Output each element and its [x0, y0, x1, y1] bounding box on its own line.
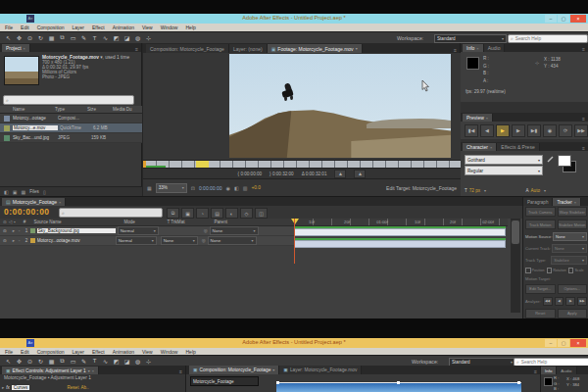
camera-tool[interactable]: ▦ — [46, 356, 57, 366]
in-point-icon[interactable]: { — [238, 172, 240, 176]
track-motion-button[interactable]: Track Motion — [525, 220, 556, 229]
panel-menu-icon[interactable]: ≡ — [176, 368, 185, 374]
draft-3d-button[interactable]: ▣ — [181, 208, 194, 219]
menu-layer[interactable]: Layer — [72, 349, 84, 355]
menu-composition[interactable]: Composition — [37, 24, 65, 30]
menu-view[interactable]: View — [142, 24, 153, 30]
tab-timeline-comp[interactable]: ▤Motorcycle_Footage× — [2, 198, 66, 206]
layer-source-name[interactable]: Motorcy...ootage.mov — [37, 238, 114, 243]
tracker-field-dropdown[interactable]: None▾ — [552, 244, 587, 253]
blend-mode-dropdown[interactable]: Normal▾ — [118, 226, 159, 235]
first-frame-button[interactable]: ▮◀ — [465, 124, 478, 137]
overlay-edit-button[interactable]: ▲ — [354, 170, 366, 178]
tab-info[interactable]: Info× — [463, 44, 484, 52]
motion-blur-button[interactable]: ◐ — [225, 208, 238, 219]
ram-preview-button[interactable]: ▶▶ — [574, 124, 588, 137]
menu-window[interactable]: Window — [161, 24, 178, 30]
layer-lock-icon[interactable]: ▪ — [19, 228, 21, 233]
leading-control[interactable]: A Auto ▾ — [525, 187, 582, 195]
col-media-duration[interactable]: Media Du — [113, 107, 132, 112]
tab-character[interactable]: Character× — [463, 143, 497, 151]
menu-edit[interactable]: Edit — [21, 24, 29, 30]
audio-mute-button[interactable]: ◉ — [543, 124, 557, 137]
timeline-ruler[interactable]: 10f20f01:00f10f20f02:00f — [294, 219, 508, 226]
analyze-step-button[interactable]: ▶ — [565, 297, 575, 306]
hand-tool[interactable]: ✥ — [14, 356, 24, 366]
blend-mode-dropdown[interactable]: Normal▾ — [116, 236, 157, 245]
in-point-time[interactable]: 0:00:00:00 — [240, 172, 262, 176]
reset-button[interactable]: Reset — [525, 309, 556, 318]
fill-color-swatch[interactable] — [558, 155, 571, 167]
col-trkmat[interactable]: T TrkMat — [167, 220, 214, 224]
loop-button[interactable]: ⟳ — [559, 124, 572, 137]
brush-tool[interactable]: ∿ — [100, 33, 111, 43]
tracker-field-dropdown[interactable]: None▾ — [553, 232, 587, 241]
parent-dropdown[interactable]: None▾ — [208, 236, 257, 245]
magnification-dropdown[interactable]: 33%▾ — [156, 183, 187, 193]
sky-layer-image[interactable] — [276, 382, 521, 392]
viewer-tab-0[interactable]: Composition: Motorcycle_Footage — [146, 44, 229, 53]
project-item-row[interactable]: Motorcy...e.mov QuickTime 6.2 MB — [0, 123, 142, 133]
menu-window[interactable]: Window — [161, 349, 178, 355]
timeline-timecode[interactable]: 0:00:00:00 — [4, 207, 50, 217]
current-time-marker[interactable] — [143, 161, 146, 168]
resolution-icon[interactable]: ▥ — [243, 185, 248, 191]
out-point-icon[interactable]: } — [270, 172, 271, 176]
tab-tracker[interactable]: Tracker× — [553, 198, 581, 206]
parent-pickwhip-icon[interactable]: ◎ — [204, 228, 208, 233]
menu-help[interactable]: Help — [185, 24, 195, 30]
parent-pickwhip-icon[interactable]: ◎ — [202, 238, 206, 243]
twirl-icon[interactable]: ▸ — [13, 238, 15, 243]
shy-layers-button[interactable]: ◔ — [196, 208, 209, 219]
timeline-layer-row[interactable]: ⊙ ▸ ▪ 2 Motorcy...ootage.mov Normal▾ Non… — [0, 236, 294, 246]
analyze-step-button[interactable]: ◀◀ — [543, 297, 553, 306]
tab-audio[interactable]: Audio — [484, 44, 506, 52]
edit-target-button[interactable]: Edit Target... — [525, 284, 556, 294]
tab-effect-controls[interactable]: ▣Effect Controls: Adjustment Layer 1▾× — [2, 367, 99, 374]
eye-icon[interactable]: ⊙ — [3, 228, 7, 233]
region-of-interest-icon[interactable]: ▦ — [147, 185, 152, 191]
effect-about-link[interactable]: Ab.. — [80, 385, 88, 390]
tab-effects-presets[interactable]: Effects & Prese — [497, 143, 539, 151]
trkmat-dropdown[interactable]: None▾ — [161, 236, 198, 245]
rotation-tool[interactable]: ↻ — [35, 356, 46, 366]
graph-editor-button[interactable]: ◫ — [255, 208, 268, 219]
pen-tool[interactable]: ✎ — [78, 33, 89, 43]
effect-reset-link[interactable]: Reset — [67, 385, 78, 390]
project-item-row[interactable]: Motorcy...ootage Composi... — [0, 114, 142, 123]
apply-button[interactable]: Apply — [558, 309, 588, 318]
comp-tab-1[interactable]: ▣ Layer: Motorcycle_Footage.mov — [279, 366, 362, 374]
close-button[interactable]: × — [570, 339, 586, 347]
hand-tool[interactable]: ✥ — [14, 33, 24, 43]
menu-file[interactable]: File — [5, 349, 13, 355]
frame-blending-button[interactable]: ▤ — [211, 208, 223, 219]
out-point-time[interactable]: 0:00:32:00 — [272, 172, 294, 176]
tracker-field-dropdown[interactable]: Stabilize▾ — [551, 256, 587, 265]
search-help-box[interactable]: ⌕Search Help — [508, 34, 588, 43]
tab-info[interactable]: Info — [541, 367, 557, 374]
exposure-value[interactable]: +0.0 — [251, 185, 260, 190]
footage-trim-ruler[interactable] — [143, 160, 461, 169]
auto-keyframe-button[interactable]: ◇ — [240, 208, 253, 219]
eraser-tool[interactable]: ◪ — [122, 356, 132, 366]
brush-tool[interactable]: ∿ — [100, 356, 111, 366]
font-size-control[interactable]: T 72 px ▾ — [465, 187, 521, 195]
eye-icon[interactable]: ⊙ — [3, 238, 7, 243]
puppet-pin-tool[interactable]: ⊹ — [143, 356, 154, 366]
maximize-button[interactable]: ▢ — [558, 339, 569, 347]
zoom-tool[interactable]: ⊙ — [24, 33, 35, 43]
ripple-insert-edit-button[interactable]: ▲ — [334, 170, 346, 178]
checkbox-scale[interactable]: Scale — [568, 268, 584, 273]
next-frame-button[interactable]: ▶ — [512, 124, 525, 137]
minimize-button[interactable]: – — [545, 15, 557, 23]
play-button[interactable]: ▶ — [496, 124, 510, 137]
clone-stamp-tool[interactable]: ◩ — [111, 356, 122, 366]
menu-effect[interactable]: Effect — [92, 24, 105, 30]
effect-row-curves[interactable]: ▸ fx Curves Reset Ab.. — [2, 383, 184, 391]
twirl-icon[interactable]: ▸ — [13, 228, 15, 233]
checkbox-rotation[interactable]: Rotation — [547, 268, 566, 273]
col-source-name[interactable]: Source Name — [33, 220, 123, 224]
font-style-dropdown[interactable]: Regular▾ — [465, 166, 543, 175]
menu-help[interactable]: Help — [185, 349, 195, 355]
checkbox-position[interactable]: Position — [525, 268, 545, 273]
